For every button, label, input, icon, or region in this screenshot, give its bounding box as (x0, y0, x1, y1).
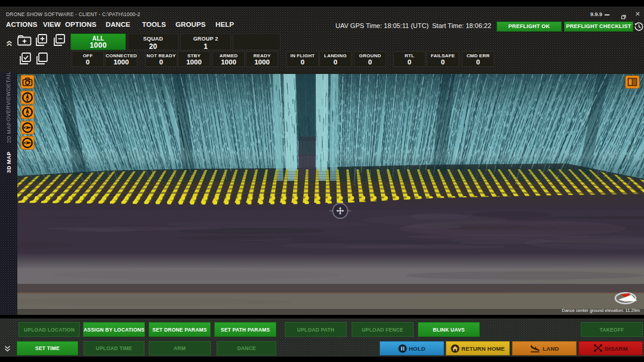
svg-text:Dance center ground elevation:: Dance center ground elevation: 11.29m (562, 308, 640, 313)
